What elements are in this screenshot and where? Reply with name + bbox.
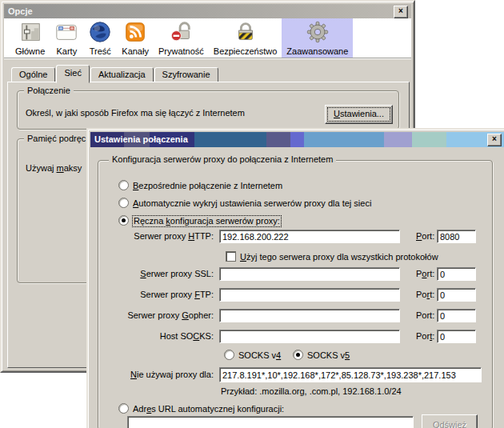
toolbar-item-label: Bezpieczeństwo bbox=[214, 46, 278, 56]
dialog-titlebar: Ustawienia połączenia × bbox=[90, 132, 504, 147]
proxy-input[interactable] bbox=[219, 267, 400, 281]
gear-icon bbox=[306, 20, 330, 46]
auto-config-url-input[interactable] bbox=[127, 416, 414, 428]
proxy-label: Serwer proxy FTP: bbox=[88, 290, 214, 300]
radio-label: Bezpośrednie połączenie z Internetem bbox=[133, 181, 282, 191]
radio-label: Ręczna konfiguracja serwerów proxy: bbox=[133, 216, 281, 226]
radio-label: Adres URL automatycznej konfiguracji: bbox=[133, 404, 284, 414]
http-proxy-label: Serwer proxy HTTP: bbox=[88, 231, 214, 242]
proxy-label: Serwer proxy Gopher: bbox=[88, 310, 214, 321]
no-proxy-label: Nie używaj proxy dla: bbox=[88, 370, 214, 380]
radio-icon bbox=[118, 403, 129, 414]
options-window-title: Opcje bbox=[8, 6, 33, 16]
radio-icon bbox=[118, 180, 129, 190]
toolbar-item-karty[interactable]: Karty bbox=[50, 18, 83, 58]
proxy-row: Host SOCKS: Port: bbox=[88, 330, 496, 343]
http-proxy-row: Serwer proxy HTTP: Port: bbox=[88, 230, 496, 243]
port-label: Port: bbox=[416, 331, 434, 342]
tab-aktualizacja[interactable]: Aktualizacja bbox=[90, 67, 154, 82]
toolbar-item-tresc[interactable]: Treść bbox=[83, 18, 117, 58]
http-proxy-input[interactable] bbox=[219, 230, 400, 243]
tab-ogolne[interactable]: Ogólne bbox=[11, 67, 55, 82]
port-label: Port: bbox=[416, 310, 434, 321]
http-port-label: Port: bbox=[416, 231, 434, 242]
security-lock-icon bbox=[234, 20, 258, 46]
options-tabstrip: Ogólne Sieć Aktualizacja Szyfrowanie bbox=[11, 65, 219, 82]
toolbar-item-kanaly[interactable]: Kanały bbox=[117, 18, 154, 58]
toolbar-item-label: Główne bbox=[15, 46, 45, 56]
options-toolbar: Główne Karty bbox=[4, 18, 411, 58]
cache-row-text: Używaj maksy bbox=[26, 163, 82, 174]
http-port-input[interactable] bbox=[437, 230, 476, 243]
cache-groupbox-title: Pamięć podręc bbox=[24, 134, 89, 144]
tab-siec[interactable]: Sieć bbox=[56, 65, 89, 83]
extra-proxy-rows: Serwer proxy SSL: Port: Serwer proxy FTP… bbox=[88, 267, 496, 350]
checkbox-icon bbox=[226, 251, 236, 262]
radio-label: Automatycznie wykryj ustawienia serwerów… bbox=[133, 198, 371, 209]
toolbar-item-prywatnosc[interactable]: Prywatność bbox=[154, 18, 209, 58]
close-icon[interactable]: × bbox=[394, 6, 408, 18]
port-input[interactable] bbox=[437, 267, 476, 281]
radio-icon bbox=[118, 215, 129, 226]
no-proxy-input[interactable] bbox=[219, 367, 482, 382]
feed-icon bbox=[123, 20, 147, 46]
connection-settings-button[interactable]: Ustawienia... bbox=[325, 105, 393, 124]
proxy-input[interactable] bbox=[219, 309, 400, 322]
radio-icon bbox=[118, 198, 129, 208]
tabs-icon bbox=[54, 20, 78, 46]
privacy-lock-icon bbox=[169, 20, 193, 46]
globe-icon bbox=[88, 20, 112, 46]
checkbox-label: Użyj tego serwera proxy dla wszystkich p… bbox=[240, 252, 438, 262]
port-input[interactable] bbox=[437, 330, 476, 343]
toolbar-item-bezpieczenstwo[interactable]: Bezpieczeństwo bbox=[209, 18, 282, 58]
radio-label: SOCKS v4 bbox=[238, 350, 281, 361]
proxy-label: Serwer proxy SSL: bbox=[88, 269, 214, 279]
toolbar-item-label: Zaawansowane bbox=[286, 46, 348, 56]
screen: Opcje × Główne bbox=[0, 0, 504, 428]
radio-icon bbox=[293, 350, 303, 360]
proxy-input[interactable] bbox=[219, 330, 400, 343]
proxy-row: Serwer proxy FTP: Port: bbox=[88, 288, 496, 302]
toolbar-separator bbox=[4, 58, 411, 59]
port-input[interactable] bbox=[437, 309, 476, 322]
toolbar-item-zaawansowane[interactable]: Zaawansowane bbox=[282, 18, 353, 58]
tab-szyfrowanie[interactable]: Szyfrowanie bbox=[154, 67, 218, 82]
proxy-row: Serwer proxy SSL: Port: bbox=[88, 267, 496, 281]
toolbar-item-label: Karty bbox=[56, 46, 77, 56]
main-panel-icon bbox=[18, 20, 42, 46]
connection-settings-dialog: Ustawienia połączenia × Konfiguracja ser… bbox=[86, 128, 504, 428]
no-proxy-row: Nie używaj proxy dla: bbox=[88, 367, 496, 382]
no-proxy-example: Przykład: .mozilla.org, .com.pl, 192.168… bbox=[221, 386, 402, 397]
proxy-input[interactable] bbox=[219, 288, 400, 302]
proxy-config-groupbox-title: Konfiguracja serwerów proxy do połączeni… bbox=[109, 154, 336, 165]
port-input[interactable] bbox=[437, 288, 476, 302]
radio-icon bbox=[224, 350, 234, 360]
toolbar-item-glowne[interactable]: Główne bbox=[10, 18, 50, 58]
proxy-label: Host SOCKS: bbox=[88, 331, 214, 342]
toolbar-item-label: Kanały bbox=[122, 46, 149, 56]
refresh-button[interactable]: Odśwież bbox=[422, 414, 478, 428]
radio-label: SOCKS v5 bbox=[307, 350, 350, 361]
port-label: Port: bbox=[416, 269, 434, 279]
toolbar-item-label: Treść bbox=[90, 46, 111, 56]
proxy-row: Serwer proxy Gopher: Port: bbox=[88, 309, 496, 322]
toolbar-item-label: Prywatność bbox=[158, 46, 204, 56]
port-label: Port: bbox=[416, 290, 434, 300]
options-titlebar: Opcje × bbox=[4, 4, 411, 18]
connection-description: Określ, w jaki sposób Firefox ma się łąc… bbox=[26, 108, 245, 118]
close-icon[interactable]: × bbox=[487, 134, 502, 146]
connection-groupbox-title: Połączenie bbox=[24, 86, 74, 96]
dialog-title: Ustawienia połączenia bbox=[94, 134, 188, 144]
